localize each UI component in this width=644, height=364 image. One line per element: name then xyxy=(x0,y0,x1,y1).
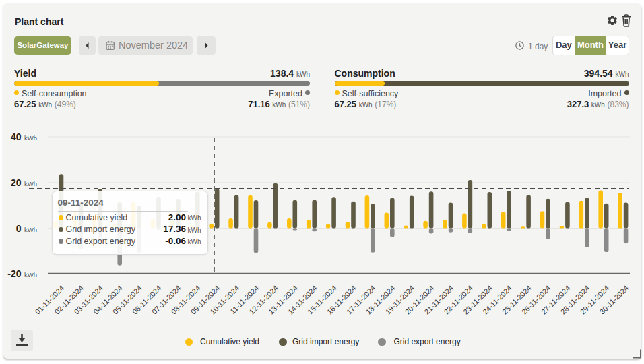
svg-text:20: 20 xyxy=(11,177,22,188)
svg-text:kWh: kWh xyxy=(24,226,37,233)
svg-text:0: 0 xyxy=(16,223,22,234)
svg-text:kWh: kWh xyxy=(24,271,37,278)
svg-text:40: 40 xyxy=(11,131,22,142)
svg-text:kWh: kWh xyxy=(24,180,37,187)
svg-text:kWh: kWh xyxy=(24,134,37,142)
svg-text:-20: -20 xyxy=(7,268,21,279)
